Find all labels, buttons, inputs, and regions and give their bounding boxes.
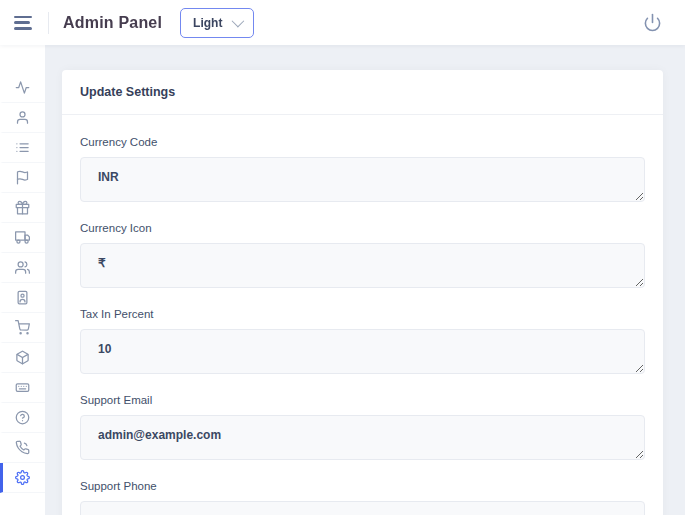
phone-call-icon [15,440,30,455]
theme-select[interactable]: Light [180,8,254,38]
power-icon [643,13,662,32]
theme-select-value: Light [193,16,222,30]
settings-card: Update Settings Currency CodeINRCurrency… [62,70,663,515]
user-icon [15,110,30,125]
header-divider [48,12,49,34]
support-email-textarea[interactable]: admin@example.com [80,415,645,460]
sidebar-item-activity[interactable] [0,73,45,103]
activity-icon [15,80,30,95]
sidebar-item-gift[interactable] [0,193,45,223]
currency-icon-label: Currency Icon [80,222,645,234]
list-icon [15,140,30,155]
sidebar-item-phone-call[interactable] [0,433,45,463]
chevron-down-icon [232,15,245,28]
flag-icon [15,170,30,185]
support-phone-label: Support Phone [80,480,645,492]
currency-code-label: Currency Code [80,136,645,148]
sidebar-item-truck[interactable] [0,223,45,253]
field-group-support-phone: Support Phone8181818118 [80,480,645,515]
sidebar-item-list[interactable] [0,133,45,163]
package-icon [15,350,30,365]
sidebar-item-help-circle[interactable] [0,403,45,433]
cart-icon [15,320,30,335]
support-email-label: Support Email [80,394,645,406]
truck-icon [15,230,30,245]
tax-in-percent-label: Tax In Percent [80,308,645,320]
app-title: Admin Panel [63,14,162,32]
main-content: Update Settings Currency CodeINRCurrency… [45,45,685,515]
tax-in-percent-textarea[interactable]: 10 [80,329,645,374]
sidebar-item-package[interactable] [0,343,45,373]
sidebar-item-cart[interactable] [0,313,45,343]
sidebar-item-users[interactable] [0,253,45,283]
card-title: Update Settings [62,70,663,115]
help-circle-icon [15,410,30,425]
hamburger-icon[interactable] [14,14,36,32]
sidebar-item-keyboard[interactable] [0,373,45,403]
currency-code-textarea[interactable]: INR [80,157,645,202]
currency-icon-textarea[interactable]: ₹ [80,243,645,288]
settings-form: Currency CodeINRCurrency Icon₹Tax In Per… [62,115,663,515]
sidebar-item-person-badge[interactable] [0,283,45,313]
field-group-tax-in-percent: Tax In Percent10 [80,308,645,374]
person-badge-icon [15,290,30,305]
users-icon [15,260,30,275]
support-phone-textarea[interactable]: 8181818118 [80,501,645,515]
sidebar-item-settings[interactable] [0,463,45,493]
top-header: Admin Panel Light [0,0,685,45]
keyboard-icon [15,380,30,395]
sidebar [0,45,45,515]
field-group-currency-icon: Currency Icon₹ [80,222,645,288]
field-group-currency-code: Currency CodeINR [80,136,645,202]
field-group-support-email: Support Emailadmin@example.com [80,394,645,460]
settings-icon [15,470,30,485]
gift-icon [15,200,30,215]
power-button[interactable] [639,10,665,36]
sidebar-item-flag[interactable] [0,163,45,193]
sidebar-item-user[interactable] [0,103,45,133]
